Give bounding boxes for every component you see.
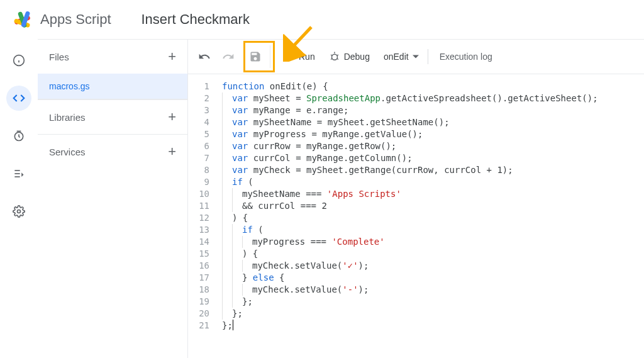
run-button[interactable]: Run <box>279 45 321 68</box>
code-editor[interactable]: 123456789101112131415161718192021 functi… <box>188 74 644 358</box>
execution-log-button[interactable]: Execution log <box>433 45 499 68</box>
debug-button[interactable]: Debug <box>323 45 376 68</box>
add-file-button[interactable]: + <box>168 48 176 65</box>
execution-log-label: Execution log <box>440 52 492 62</box>
function-selected: onEdit <box>384 52 409 62</box>
svg-line-18 <box>336 59 338 60</box>
rail-triggers[interactable] <box>6 123 31 148</box>
save-button[interactable] <box>248 45 270 68</box>
toolbar-divider <box>428 49 428 64</box>
services-label: Services <box>49 147 86 157</box>
function-select[interactable]: onEdit <box>377 45 423 68</box>
libraries-label: Libraries <box>49 112 86 123</box>
undo-button[interactable] <box>193 45 216 68</box>
svg-line-17 <box>331 59 332 60</box>
svg-line-15 <box>331 55 332 56</box>
apps-script-logo <box>10 7 35 32</box>
services-header: Services + <box>38 134 187 169</box>
sidebar: Files + macros.gs Libraries + Services + <box>38 39 187 358</box>
debug-label: Debug <box>344 52 370 62</box>
add-service-button[interactable]: + <box>168 143 176 160</box>
run-label: Run <box>299 52 315 62</box>
app-name: Apps Script <box>40 11 111 28</box>
svg-point-11 <box>18 210 21 213</box>
main: Run Debug onEdit Execution log 123456789… <box>187 39 644 358</box>
file-item[interactable]: macros.gs <box>38 74 187 99</box>
rail-settings[interactable] <box>6 199 31 224</box>
line-gutter: 123456789101112131415161718192021 <box>188 81 217 358</box>
save-highlight-annotation <box>243 41 275 72</box>
rail-executions[interactable] <box>6 161 31 186</box>
project-name[interactable]: Insert Checkmark <box>142 11 250 28</box>
files-label: Files <box>49 52 69 62</box>
files-header: Files + <box>38 39 187 74</box>
code-content[interactable]: function onEdit(e) {var mySheet = Spread… <box>217 81 644 358</box>
toolbar: Run Debug onEdit Execution log <box>188 39 644 74</box>
header: Apps Script Insert Checkmark <box>0 0 644 39</box>
rail-editor[interactable] <box>6 86 31 111</box>
svg-marker-12 <box>287 53 292 60</box>
redo-button[interactable] <box>217 45 240 68</box>
svg-point-13 <box>331 54 337 60</box>
svg-line-16 <box>336 55 338 56</box>
add-library-button[interactable]: + <box>168 109 176 125</box>
rail-overview[interactable] <box>6 48 31 73</box>
libraries-header: Libraries + <box>38 99 187 134</box>
left-rail <box>0 39 38 358</box>
